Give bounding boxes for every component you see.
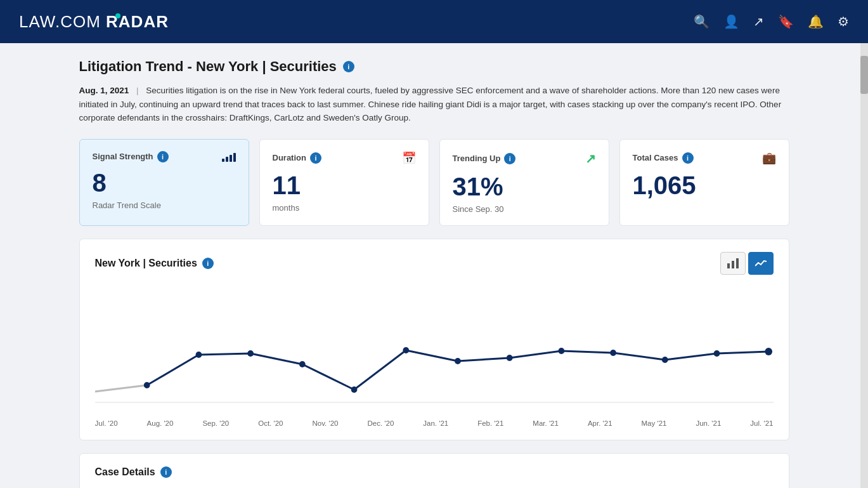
bookmark-icon[interactable]: 🔖 — [778, 14, 794, 29]
total-info-icon[interactable]: i — [682, 152, 694, 164]
trending-card: Trending Up i ↗ 31% Since Sep. 30 — [439, 139, 609, 226]
search-icon[interactable]: 🔍 — [694, 14, 709, 29]
svg-point-10 — [455, 358, 461, 364]
svg-point-5 — [195, 352, 202, 358]
duration-card-header: Duration i 📅 — [273, 151, 416, 165]
duration-value: 11 — [273, 171, 416, 199]
trending-value: 31% — [453, 173, 596, 201]
stats-row: Signal Strength i 8 Radar Trend Scale Du… — [79, 139, 789, 226]
total-cases-label: Total Cases i — [633, 152, 694, 164]
x-label-feb21: Feb. '21 — [477, 419, 503, 427]
duration-card: Duration i 📅 11 months — [259, 139, 429, 226]
total-cases-card: Total Cases i 💼 1,065 — [619, 139, 789, 226]
calendar-icon: 📅 — [402, 151, 416, 165]
summary-text: Securities litigation is on the rise in … — [79, 86, 782, 122]
page-title-row: Litigation Trend - New York | Securities… — [79, 58, 789, 75]
title-info-icon[interactable]: i — [343, 61, 354, 72]
signal-strength-card: Signal Strength i 8 Radar Trend Scale — [79, 139, 249, 226]
svg-point-9 — [403, 347, 409, 353]
bar1 — [222, 159, 224, 162]
app-logo: LAW.COM RADAR — [19, 12, 169, 32]
chart-header: New York | Securities i — [95, 252, 774, 275]
chart-info-icon[interactable]: i — [202, 258, 214, 269]
case-info-icon[interactable]: i — [160, 466, 172, 478]
x-label-dec20: Dec. '20 — [367, 419, 394, 427]
scrollbar[interactable] — [860, 43, 868, 488]
chart-container: Jul. '20 Aug. '20 Sep. '20 Oct. '20 Nov.… — [95, 285, 774, 427]
trending-up-icon: ↗ — [585, 151, 596, 166]
bell-icon[interactable]: 🔔 — [808, 14, 824, 29]
x-axis-labels: Jul. '20 Aug. '20 Sep. '20 Oct. '20 Nov.… — [95, 414, 774, 427]
bar-chart-button[interactable] — [720, 252, 746, 275]
trending-icon[interactable]: ↗ — [753, 14, 764, 29]
x-label-oct20: Oct. '20 — [258, 419, 283, 427]
trending-label: Trending Up i — [453, 153, 516, 164]
line-chart-svg — [95, 285, 774, 412]
header-icon-group: 🔍 👤 ↗ 🔖 🔔 ⚙ — [694, 14, 849, 29]
x-label-mar21: Mar. '21 — [533, 419, 559, 427]
svg-point-8 — [351, 386, 357, 393]
svg-point-4 — [143, 382, 150, 388]
trending-info-icon[interactable]: i — [504, 153, 515, 164]
x-label-may21: May '21 — [642, 419, 667, 427]
logo-radar: RADAR — [106, 12, 169, 32]
svg-point-11 — [506, 355, 512, 361]
trending-card-header: Trending Up i ↗ — [453, 151, 596, 166]
x-label-nov20: Nov. '20 — [312, 419, 338, 427]
x-label-jan21: Jan. '21 — [423, 419, 448, 427]
bar4 — [233, 153, 236, 162]
chart-toggle-group — [720, 252, 774, 275]
total-cases-header: Total Cases i 💼 — [633, 151, 776, 165]
x-label-sep20: Sep. '20 — [202, 419, 229, 427]
svg-point-12 — [558, 348, 564, 354]
app-header: LAW.COM RADAR 🔍 👤 ↗ 🔖 🔔 ⚙ — [0, 0, 868, 43]
svg-point-15 — [713, 350, 720, 357]
signal-sub: Radar Trend Scale — [93, 201, 236, 210]
line-chart-button[interactable] — [748, 252, 774, 275]
briefcase-icon: 💼 — [762, 151, 776, 165]
signal-info-icon[interactable]: i — [157, 151, 169, 162]
svg-rect-0 — [727, 263, 730, 268]
signal-bars-icon — [222, 152, 236, 162]
x-label-jul21: Jul. '21 — [750, 419, 773, 427]
signal-value: 8 — [93, 169, 236, 197]
svg-point-13 — [610, 350, 616, 356]
svg-rect-1 — [732, 261, 734, 268]
bar2 — [226, 157, 228, 162]
settings-icon[interactable]: ⚙ — [838, 14, 849, 29]
case-details-title: Case Details i — [95, 466, 774, 478]
summary-date: Aug. 1, 2021 — [79, 86, 129, 95]
total-cases-value: 1,065 — [633, 171, 776, 199]
scrollbar-thumb[interactable] — [860, 56, 868, 94]
svg-rect-2 — [736, 258, 739, 268]
svg-point-6 — [247, 350, 254, 357]
case-details-section: Case Details i Case Name Complaint Date … — [79, 453, 789, 488]
signal-label: Signal Strength i — [93, 151, 169, 162]
x-label-jun21: Jun. '21 — [696, 419, 721, 427]
duration-label: Duration i — [273, 152, 321, 164]
x-label-aug20: Aug. '20 — [147, 419, 174, 427]
main-content: Litigation Trend - New York | Securities… — [67, 43, 802, 488]
x-label-jul20: Jul. '20 — [95, 419, 118, 427]
summary-block: Aug. 1, 2021 | Securities litigation is … — [79, 84, 789, 125]
svg-point-14 — [661, 357, 668, 363]
logo-lawcom: LAW.COM — [19, 12, 106, 32]
person-icon[interactable]: 👤 — [723, 14, 739, 29]
x-label-apr21: Apr. '21 — [588, 419, 612, 427]
page-title: Litigation Trend - New York | Securities — [79, 58, 337, 75]
duration-info-icon[interactable]: i — [310, 152, 321, 164]
chart-section: New York | Securities i — [79, 239, 789, 440]
trending-sub: Since Sep. 30 — [453, 204, 596, 214]
duration-sub: months — [273, 203, 416, 213]
bar3 — [230, 155, 232, 162]
chart-title: New York | Securities i — [95, 258, 214, 269]
svg-point-16 — [765, 348, 772, 355]
svg-point-7 — [299, 361, 305, 367]
summary-divider: | — [136, 86, 139, 95]
signal-card-header: Signal Strength i — [93, 151, 236, 162]
